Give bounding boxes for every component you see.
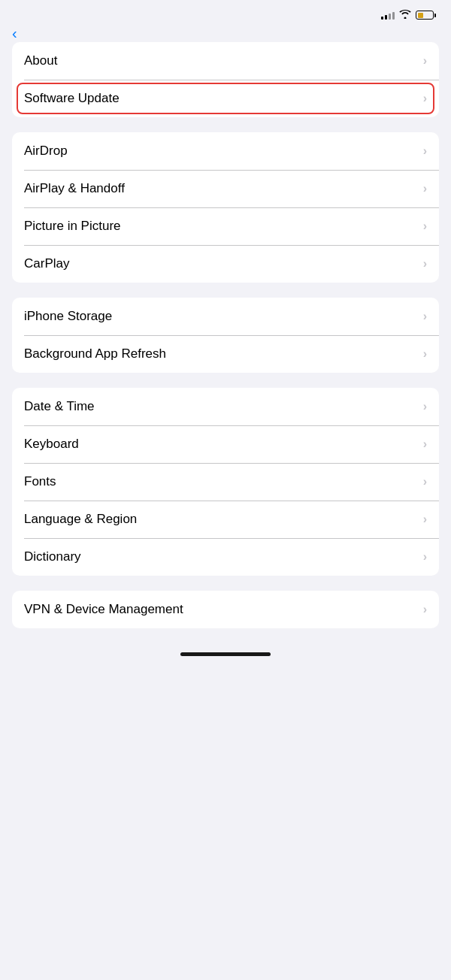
keyboard-chevron-icon: › — [423, 437, 427, 451]
iphone-storage-chevron-icon: › — [423, 310, 427, 323]
back-button[interactable]: ‹ — [12, 25, 20, 42]
signal-bar-2 — [385, 15, 387, 20]
software-update-label: Software Update — [24, 91, 120, 106]
settings-group-group1: About›Software Update› — [12, 42, 439, 117]
settings-group-group2: AirDrop›AirPlay & Handoff›Picture in Pic… — [12, 132, 439, 283]
settings-row-about[interactable]: About› — [12, 42, 439, 80]
dictionary-label: Dictionary — [24, 549, 81, 564]
battery-tip — [434, 14, 436, 17]
settings-row-date-time[interactable]: Date & Time› — [12, 388, 439, 425]
vpn-device-management-chevron-icon: › — [423, 603, 427, 616]
carplay-chevron-icon: › — [423, 257, 427, 271]
settings-row-dictionary[interactable]: Dictionary› — [12, 538, 439, 576]
settings-group-group3: iPhone Storage›Background App Refresh› — [12, 298, 439, 373]
battery-body — [416, 11, 434, 20]
status-bar — [0, 0, 451, 27]
vpn-device-management-label: VPN & Device Management — [24, 602, 183, 617]
settings-row-keyboard[interactable]: Keyboard› — [12, 425, 439, 463]
home-indicator — [0, 643, 451, 662]
settings-row-iphone-storage[interactable]: iPhone Storage› — [12, 298, 439, 335]
settings-row-background-app-refresh[interactable]: Background App Refresh› — [12, 335, 439, 373]
back-chevron-icon: ‹ — [12, 25, 17, 42]
settings-group-group4: Date & Time›Keyboard›Fonts›Language & Re… — [12, 388, 439, 576]
fonts-chevron-icon: › — [423, 475, 427, 488]
settings-group-group5: VPN & Device Management› — [12, 591, 439, 628]
wifi-icon — [399, 9, 411, 21]
about-label: About — [24, 53, 57, 68]
settings-row-carplay[interactable]: CarPlay› — [12, 245, 439, 283]
signal-bar-3 — [389, 14, 391, 20]
settings-row-software-update[interactable]: Software Update› — [12, 80, 439, 117]
signal-bar-1 — [381, 17, 383, 20]
fonts-label: Fonts — [24, 474, 56, 489]
battery-icon — [416, 11, 436, 20]
home-bar — [180, 652, 271, 656]
software-update-chevron-icon: › — [423, 92, 427, 105]
date-time-chevron-icon: › — [423, 400, 427, 413]
picture-in-picture-chevron-icon: › — [423, 219, 427, 233]
settings-content: About›Software Update›AirDrop›AirPlay & … — [0, 42, 451, 628]
settings-row-picture-in-picture[interactable]: Picture in Picture› — [12, 207, 439, 245]
dictionary-chevron-icon: › — [423, 550, 427, 564]
nav-bar: ‹ — [0, 27, 451, 42]
settings-row-language-region[interactable]: Language & Region› — [12, 501, 439, 538]
language-region-label: Language & Region — [24, 512, 137, 527]
airdrop-label: AirDrop — [24, 144, 68, 159]
carplay-label: CarPlay — [24, 256, 69, 271]
battery-fill — [418, 13, 424, 18]
signal-bar-4 — [392, 12, 395, 20]
about-chevron-icon: › — [423, 54, 427, 68]
settings-row-vpn-device-management[interactable]: VPN & Device Management› — [12, 591, 439, 628]
airplay-handoff-chevron-icon: › — [423, 182, 427, 195]
airplay-handoff-label: AirPlay & Handoff — [24, 181, 125, 196]
settings-row-airdrop[interactable]: AirDrop› — [12, 132, 439, 170]
language-region-chevron-icon: › — [423, 513, 427, 526]
iphone-storage-label: iPhone Storage — [24, 309, 112, 324]
airdrop-chevron-icon: › — [423, 144, 427, 158]
settings-row-airplay-handoff[interactable]: AirPlay & Handoff› — [12, 170, 439, 207]
keyboard-label: Keyboard — [24, 437, 79, 452]
date-time-label: Date & Time — [24, 399, 95, 414]
signal-bars-icon — [381, 11, 395, 20]
settings-row-fonts[interactable]: Fonts› — [12, 463, 439, 501]
background-app-refresh-label: Background App Refresh — [24, 346, 166, 361]
picture-in-picture-label: Picture in Picture — [24, 219, 121, 234]
background-app-refresh-chevron-icon: › — [423, 347, 427, 361]
status-icons — [381, 9, 436, 21]
